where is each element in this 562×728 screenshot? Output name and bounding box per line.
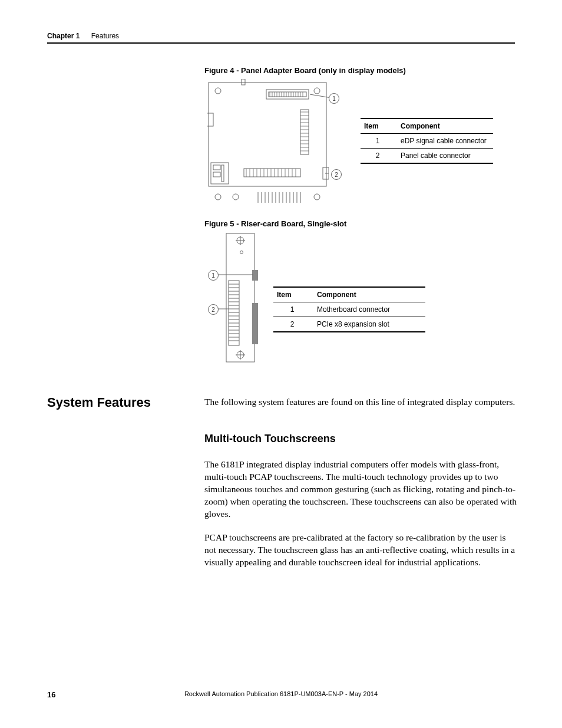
- table-header-item: Item: [273, 287, 313, 302]
- multitouch-heading: Multi-touch Touchscreens: [204, 433, 336, 445]
- figure4-table: Item Component 1 eDP signal cable connec…: [361, 118, 493, 164]
- figure4-caption: Figure 4 - Panel Adapter Board (only in …: [204, 66, 406, 75]
- table-row: 1 eDP signal cable connector: [361, 134, 493, 149]
- cell-component: PCIe x8 expansion slot: [313, 317, 425, 332]
- cell-item: 2: [273, 317, 313, 332]
- cell-item: 1: [273, 302, 313, 317]
- page-footer: 16 Rockwell Automation Publication 6181P…: [47, 690, 515, 697]
- svg-rect-83: [252, 303, 258, 344]
- figure4-callout-1: 1: [329, 93, 339, 104]
- svg-point-2: [314, 88, 320, 94]
- page-number: 16: [47, 690, 55, 699]
- figure5-callout-1: 1: [208, 270, 219, 281]
- table-header-component: Component: [397, 118, 493, 134]
- svg-rect-84: [229, 281, 239, 345]
- svg-point-5: [215, 194, 221, 200]
- table-row: 2 PCIe x8 expansion slot: [273, 317, 425, 332]
- table-header-item: Item: [361, 118, 397, 134]
- multitouch-para1: The 6181P integrated display industrial …: [204, 459, 518, 521]
- cell-component: eDP signal cable connector: [397, 134, 493, 149]
- system-features-intro: The following system features are found …: [204, 396, 518, 409]
- svg-line-72: [310, 94, 329, 98]
- multitouch-para2: PCAP touchscreens are pre-calibrated at …: [204, 532, 518, 569]
- svg-rect-40: [213, 172, 220, 177]
- cell-item: 1: [361, 134, 397, 149]
- svg-point-4: [314, 194, 320, 200]
- figure5-callout-2: 2: [208, 304, 219, 315]
- publication-info: Rockwell Automation Publication 6181P-UM…: [184, 690, 378, 697]
- section-label: Features: [91, 32, 119, 40]
- cell-component: Motherboard connector: [313, 302, 425, 317]
- figure5-diagram: [218, 232, 265, 364]
- svg-point-3: [233, 194, 239, 200]
- table-row: 1 Motherboard connector: [273, 302, 425, 317]
- svg-rect-6: [242, 79, 245, 85]
- figure5-caption: Figure 5 - Riser-card Board, Single-slot: [204, 219, 346, 228]
- table-row: 2 Panel cable connector: [361, 149, 493, 164]
- svg-rect-39: [213, 165, 220, 170]
- system-features-heading: System Features: [47, 395, 151, 410]
- cell-item: 2: [361, 149, 397, 164]
- chapter-label: Chapter 1: [47, 32, 80, 40]
- svg-point-1: [215, 88, 221, 94]
- svg-rect-82: [252, 270, 258, 281]
- figure4-callout-2: 2: [331, 169, 342, 180]
- cell-component: Panel cable connector: [397, 149, 493, 164]
- svg-rect-7: [266, 90, 309, 99]
- table-header-component: Component: [313, 287, 425, 302]
- svg-point-78: [240, 251, 243, 254]
- figure5-table: Item Component 1 Motherboard connector 2…: [273, 286, 425, 332]
- figure4-diagram: [207, 79, 329, 206]
- svg-rect-41: [222, 165, 224, 182]
- page-header: Chapter 1 Features: [47, 32, 515, 44]
- svg-rect-25: [300, 110, 309, 154]
